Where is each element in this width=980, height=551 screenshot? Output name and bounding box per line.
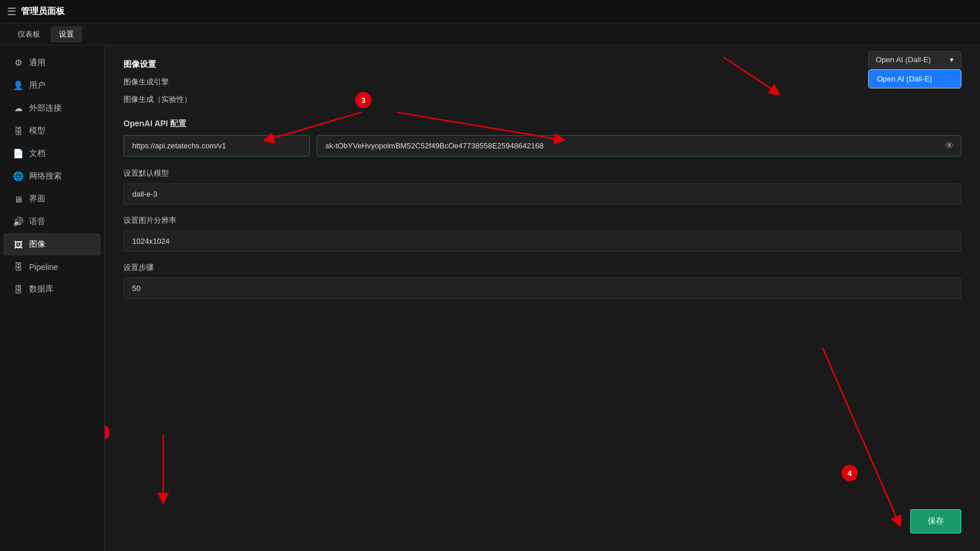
user-icon: 👤 [13,80,23,91]
models-icon: 🗄 [13,126,23,136]
experimental-label[interactable]: 图像生成（实验性） [123,92,961,107]
dropdown-selected-label: Open AI (Dall-E) [876,55,931,64]
audio-icon: 🔊 [13,216,23,227]
dropdown-option-0[interactable]: Open AI (Dall-E) [869,70,961,88]
engine-dropdown-button[interactable]: Open AI (Dall-E) ▾ [868,51,961,68]
sidebar-label-interface: 界面 [29,194,45,204]
api-config-section: OpenAI API 配置 👁 [123,119,961,157]
pipeline-icon: 🗄 [13,262,23,272]
sidebar-label-websearch: 网络搜索 [29,171,62,182]
sidebar-label-general: 通用 [29,58,45,68]
sidebar-label-pipeline: Pipeline [29,262,58,272]
image-icon: 🖼 [13,240,23,250]
sidebar-label-database: 数据库 [29,284,54,294]
database-icon: 🗄 [13,285,23,294]
eye-icon[interactable]: 👁 [945,141,954,151]
top-bar: ☰ 管理员面板 [0,0,980,23]
sidebar-label-external: 外部连接 [29,103,62,113]
api-url-input[interactable] [123,135,310,157]
sidebar-label-models: 模型 [29,126,45,136]
default-model-input[interactable] [123,183,961,205]
annotation-4: 4 [841,465,858,481]
api-key-input[interactable] [317,135,961,157]
sidebar-item-database[interactable]: 🗄 数据库 [3,278,101,300]
image-settings-title: 图像设置 [123,59,961,70]
steps-section: 设置步骤 [123,262,961,299]
globe-icon: 🌐 [13,171,23,182]
monitor-icon: 🖥 [13,194,23,204]
svg-line-4 [822,347,898,522]
sidebar-item-documents[interactable]: 📄 文档 [3,143,101,165]
main-layout: ⚙ 通用 👤 用户 ☁ 外部连接 🗄 模型 📄 文档 🌐 网络搜索 🖥 界面 🔊 [0,45,980,551]
content-area: 1 2 3 4 图像设置 图像生成引擎 图像生成（实验性） OpenAI API… [105,45,980,551]
api-inputs-row: 👁 [123,135,961,157]
sidebar-item-users[interactable]: 👤 用户 [3,74,101,97]
sidebar-label-audio: 语音 [29,216,45,227]
save-button[interactable]: 保存 [910,509,961,534]
steps-label: 设置步骤 [123,262,961,273]
sidebar-item-pipeline[interactable]: 🗄 Pipeline [3,256,101,278]
resolution-section: 设置图片分辨率 [123,215,961,252]
image-settings-block: 图像设置 图像生成引擎 图像生成（实验性） [123,59,961,107]
annotation-1: 1 [105,424,109,440]
chevron-down-icon: ▾ [950,55,954,64]
save-button-wrapper: 保存 [910,509,961,534]
resolution-input[interactable] [123,230,961,252]
cloud-icon: ☁ [13,103,23,113]
dropdown-wrapper: Open AI (Dall-E) ▾ Open AI (Dall-E) [868,51,961,88]
app-title: 管理员面板 [21,6,65,17]
sidebar-item-general[interactable]: ⚙ 通用 [3,52,101,74]
sidebar-item-websearch[interactable]: 🌐 网络搜索 [3,165,101,187]
hamburger-icon[interactable]: ☰ [7,5,16,18]
sidebar-item-interface[interactable]: 🖥 界面 [3,188,101,210]
document-icon: 📄 [13,148,23,159]
steps-input[interactable] [123,278,961,299]
sidebar: ⚙ 通用 👤 用户 ☁ 外部连接 🗄 模型 📄 文档 🌐 网络搜索 🖥 界面 🔊 [0,45,105,551]
api-key-wrapper: 👁 [317,135,961,157]
engine-label[interactable]: 图像生成引擎 [123,74,961,90]
tab-settings[interactable]: 设置 [51,26,82,42]
sidebar-label-image: 图像 [29,239,45,250]
sidebar-item-models[interactable]: 🗄 模型 [3,120,101,142]
sidebar-item-image[interactable]: 🖼 图像 [3,233,101,255]
dropdown-menu: Open AI (Dall-E) [868,69,961,88]
tab-dashboard[interactable]: 仪表板 [9,26,48,42]
default-model-label: 设置默认模型 [123,168,961,179]
sidebar-label-users: 用户 [29,80,45,91]
sidebar-label-documents: 文档 [29,148,45,159]
resolution-label: 设置图片分辨率 [123,215,961,226]
sidebar-item-external[interactable]: ☁ 外部连接 [3,97,101,119]
api-config-label: OpenAI API 配置 [123,119,961,129]
gear-icon: ⚙ [13,58,23,68]
sidebar-item-audio[interactable]: 🔊 语音 [3,211,101,233]
tab-bar: 仪表板 设置 [0,23,980,45]
default-model-section: 设置默认模型 [123,168,961,205]
